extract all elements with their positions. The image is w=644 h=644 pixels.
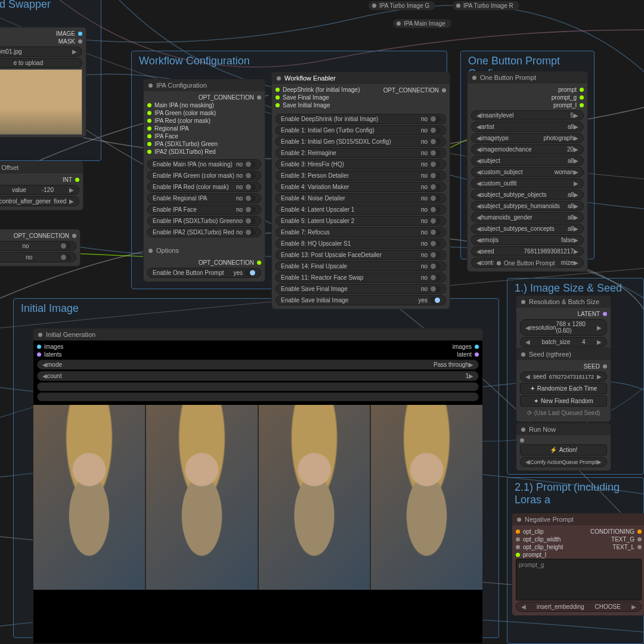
enabler-toggle[interactable]: Enable Save Initial Imageyes [275,295,446,305]
enabler-toggle[interactable]: Enable 1: Initial Gen (SD15/SDXL Config)… [275,137,446,147]
slider[interactable] [37,382,479,391]
seed-widget[interactable]: ◀seed678272473181172▶ [520,371,607,382]
ipa-toggle[interactable]: Enable IPA Green (color mask)no [147,171,261,181]
obp-param[interactable]: ◀subjectall▶ [471,156,584,166]
enabler-toggle[interactable]: Enable 11: Reactor Face Swapno [275,273,446,283]
node-ipa-config[interactable]: IPA Configuration OPT_CONNECTION Main IP… [143,79,265,282]
neg-port: opt_clip_heightTEXT_L [516,543,642,551]
obp-param[interactable]: ◀emojisfalse▶ [471,235,584,245]
res-widget[interactable]: ◀resolution768 x 1280 (0.60)▶ [520,319,607,336]
enabler-toggle[interactable]: Enable 1: Initial Gen (Turbo Config)no [275,125,446,135]
image-preview [0,69,82,135]
enabler-toggle[interactable]: Enable 3: HiresFix (HQ)no [275,159,446,169]
enabler-toggle[interactable]: Enable 5: Latent Upscaler 2no [275,216,446,226]
enabler-toggle[interactable]: Enable 4: Latent Upscaler 1no [275,205,446,215]
ipa-port: Main IPA (no masking) [147,101,261,109]
comfy-action[interactable]: ◀Comfy ActionQueue Prompt▶ [520,457,607,467]
ipa-toggle[interactable]: Enable Regional IPAno [147,193,261,203]
node-run-now[interactable]: Run Now ⚡Action! ◀Comfy ActionQueue Prom… [516,423,611,471]
enabler-toggle[interactable]: Enable 8: HQ Upscaler S1no [275,239,446,249]
obp-param[interactable]: ◀imagetypephotograph▶ [471,133,584,143]
pill-ipa-turbo-g[interactable]: IPA Turbo Image G [369,1,435,10]
obp-param[interactable]: ◀insanitylevel5▶ [471,110,584,120]
obp-param[interactable]: ◀custom_outfit▶ [471,178,584,188]
enabler-toggle[interactable]: Enable 4: Variation Makerno [275,182,446,192]
action-btn[interactable]: ⚡Action! [520,444,607,456]
ipa-port: IPA2 (SDXLTurbo) Red [147,148,261,156]
obp-param[interactable]: ◀humanoids_genderall▶ [471,212,584,222]
enabler-toggle[interactable]: Enable 14: Final Upscaleno [275,261,446,271]
node-bg-image[interactable]: IMAGE MASK Bathroom01.jpg▶ e to upload [0,27,86,138]
obp-output: prompt_g [471,94,584,101]
randomize-btn[interactable]: ✦Randomize Each Time [520,383,607,394]
enabler-toggle[interactable]: Enable Save Final Imageno [275,284,446,294]
ipa-toggle[interactable]: Enable Main IPA (no masking)no [147,159,261,169]
enabler-toggle[interactable]: Enable 13: Post Upscale FaceDetailerno [275,250,446,260]
ipa-port: IPA Green (color mask) [147,109,261,117]
use-last-btn[interactable]: ⟳(Use Last Queued Seed) [520,408,607,418]
count-widget[interactable]: ◀count1▶ [37,371,479,381]
ipa-port: Regional IPA [147,125,261,132]
obp-output: prompt [471,86,584,94]
enabler-toggle[interactable]: Enable 2: Reimagineno [275,148,446,158]
slider2[interactable] [37,392,479,401]
prompt-textarea[interactable]: prompt_g [516,559,642,600]
embed-widget[interactable]: ◀insert_embeddingCHOOSE▶ [516,602,642,612]
pill-obp[interactable]: One Button Prompt [493,259,561,268]
opt-row2[interactable]: XLTurbo)no [0,252,76,262]
ipa-port: IPA Face [147,132,261,140]
ipa-toggle[interactable]: Enable IPA Red (color mask)no [147,182,261,192]
obp-param[interactable]: ◀subject_subtype_objectsall▶ [471,190,584,200]
output-image-3 [259,405,370,590]
neg-port: opt_clip_widthTEXT_G [516,535,642,543]
ipa-port: IPA Red (color mask) [147,117,261,125]
upload-button[interactable]: e to upload [0,58,82,68]
ctrl-widget[interactable]: ◀control_after_generfixed▶ [0,196,79,206]
enabler-port: Save Initial Image [275,101,446,109]
mode-widget[interactable]: ◀modePass through▶ [37,360,479,370]
obp-output: prompt_l [471,101,584,109]
node-resolution[interactable]: Resolution & Batch Size LATENT ◀resoluti… [516,295,611,351]
new-fixed-btn[interactable]: ✦New Fixed Random [520,395,607,407]
obp-param[interactable]: ◀subject_subtypes_humanoidsall▶ [471,201,584,211]
obp-param[interactable]: ◀artistall▶ [471,122,584,132]
obp-param[interactable]: ◀custom_subjectwoman▶ [471,167,584,177]
pill-ipa-main[interactable]: IPA Main Image [393,19,451,28]
ipa-toggle[interactable]: Enable IPA (SDXLTurbo) Greenno [147,216,261,226]
ipa-toggle[interactable]: Enable IPA2 (SDXLTurbo) Redno [147,227,261,237]
neg-port: prompt_l [516,551,642,559]
enabler-toggle[interactable]: Enable 4: Noise Detailerno [275,193,446,203]
pill-ipa-turbo-r[interactable]: IPA Turbo Image R [453,1,519,10]
obp-param[interactable]: ◀subject_subtypes_conceptsall▶ [471,224,584,234]
node-negative-prompt[interactable]: Negative Prompt opt_clipCONDITIONING opt… [512,513,644,616]
ipa-toggle[interactable]: Enable IPA Faceno [147,205,261,215]
node-y-offset[interactable]: Y Offset INT ◀value-120▶ ◀control_after_… [0,161,83,210]
node-initial-gen[interactable]: Initial Generation imagesimages latentsl… [33,328,483,644]
obp-toggle[interactable]: Enable One Button Promptyes [147,268,261,278]
output-image-4 [371,405,482,590]
output-image-1 [33,405,145,590]
node-obp[interactable]: One Button Prompt promptprompt_gprompt_l… [467,71,588,272]
file-select[interactable]: Bathroom01.jpg▶ [0,47,82,57]
enabler-toggle[interactable]: Enable 3: Person Detailerno [275,171,446,181]
enabler-toggle[interactable]: Enable DeepShrink (for initial Image)no [275,114,446,124]
output-image-2 [146,405,258,590]
node-opt-conn[interactable]: OPT_CONNECTION Turbo)no XLTurbo)no [0,229,80,267]
node-seed[interactable]: Seed (rgthree) SEED ◀seed678272473181172… [516,348,611,422]
node-workflow-enabler[interactable]: Workflow Enabler OPT_CONNECTION DeepShri… [271,72,450,309]
obp-param[interactable]: ◀imagemodechance20▶ [471,144,584,154]
enabler-port: Save Final Image [275,94,446,101]
image-grid [33,405,482,590]
ipa-port: IPA (SDXLTurbo) Green [147,140,261,148]
value-widget[interactable]: ◀value-120▶ [0,185,79,195]
opt-row1[interactable]: Turbo)no [0,241,76,251]
batch-widget[interactable]: ◀batch_size4▶ [520,337,607,347]
obp-param[interactable]: ◀seed768119893081217▶ [471,246,584,256]
enabler-toggle[interactable]: Enable 7: Refocusno [275,227,446,237]
